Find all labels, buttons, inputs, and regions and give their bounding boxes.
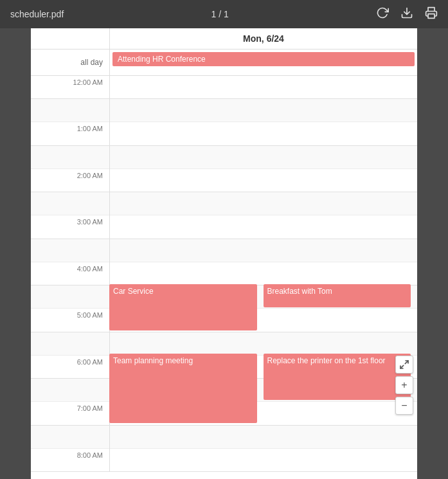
print-icon[interactable] — [425, 6, 438, 23]
toolbar-actions — [376, 6, 438, 23]
time-label: 7:00 AM — [31, 402, 109, 424]
time-slot[interactable] — [109, 309, 417, 332]
time-slot[interactable] — [109, 192, 417, 215]
toolbar-title: scheduler.pdf — [10, 9, 64, 19]
time-row: 1:00 AM — [31, 122, 417, 145]
time-row: 7:00 AM — [31, 402, 417, 425]
time-label: 3:00 AM — [31, 215, 109, 238]
time-slot[interactable] — [109, 146, 417, 169]
refresh-icon[interactable] — [376, 6, 389, 23]
time-slot[interactable] — [109, 285, 417, 309]
time-label: 1:00 AM — [31, 122, 109, 145]
time-row — [31, 146, 417, 169]
time-label — [31, 285, 109, 308]
time-label — [31, 192, 109, 215]
zoom-out-button[interactable]: − — [395, 397, 413, 415]
time-slot[interactable] — [109, 262, 417, 285]
time-slot[interactable] — [109, 449, 417, 472]
time-row — [31, 192, 417, 215]
all-day-row: all day Attending HR Conference — [31, 50, 417, 76]
time-slot[interactable] — [109, 332, 417, 356]
day-header: Mon, 6/24 — [109, 28, 417, 49]
time-row: 3:00 AM — [31, 215, 417, 239]
time-slot[interactable] — [109, 402, 417, 425]
all-day-event[interactable]: Attending HR Conference — [112, 52, 415, 66]
time-label — [31, 332, 109, 355]
time-row: 8:00 AM — [31, 449, 417, 472]
time-row — [31, 99, 417, 122]
time-slot[interactable] — [109, 379, 417, 402]
time-slot[interactable] — [109, 239, 417, 262]
time-label: 4:00 AM — [31, 262, 109, 285]
page-indicator: 1 / 1 — [211, 9, 229, 19]
zoom-fullscreen-button[interactable] — [395, 356, 413, 374]
toolbar: scheduler.pdf 1 / 1 — [0, 0, 448, 28]
time-row: 5:00 AM — [31, 309, 417, 332]
all-day-events: Attending HR Conference — [109, 50, 417, 75]
time-row: 6:00 AM — [31, 356, 417, 379]
time-label — [31, 99, 109, 122]
time-label — [31, 379, 109, 401]
calendar-header: Mon, 6/24 — [31, 28, 417, 50]
time-grid: 12:00 AM1:00 AM2:00 AM3:00 AM4:00 AM5:00… — [31, 76, 417, 472]
time-label — [31, 239, 109, 262]
time-slot[interactable] — [109, 215, 417, 239]
time-label: 12:00 AM — [31, 76, 109, 98]
time-slot[interactable] — [109, 99, 417, 122]
calendar-container: Mon, 6/24 all day Attending HR Conferenc… — [31, 28, 417, 479]
time-row: 2:00 AM — [31, 169, 417, 192]
time-row: 12:00 AM — [31, 76, 417, 99]
time-row — [31, 239, 417, 262]
time-slot[interactable] — [109, 169, 417, 192]
time-slot[interactable] — [109, 122, 417, 145]
time-slot[interactable] — [109, 426, 417, 449]
time-row — [31, 332, 417, 356]
time-label: 5:00 AM — [31, 309, 109, 331]
time-label: 8:00 AM — [31, 449, 109, 471]
download-icon[interactable] — [400, 6, 413, 23]
time-slot[interactable] — [109, 356, 417, 379]
time-row — [31, 426, 417, 449]
svg-rect-1 — [428, 14, 435, 18]
time-label: 6:00 AM — [31, 356, 109, 378]
time-slot[interactable] — [109, 76, 417, 99]
time-row — [31, 379, 417, 402]
time-label — [31, 426, 109, 448]
zoom-in-button[interactable]: + — [395, 376, 413, 394]
time-row: 4:00 AM — [31, 262, 417, 285]
zoom-controls: + − — [395, 356, 413, 415]
time-row — [31, 285, 417, 309]
time-label: 2:00 AM — [31, 169, 109, 192]
time-gutter-header — [31, 28, 109, 49]
all-day-label: all day — [31, 50, 109, 75]
time-label — [31, 146, 109, 168]
